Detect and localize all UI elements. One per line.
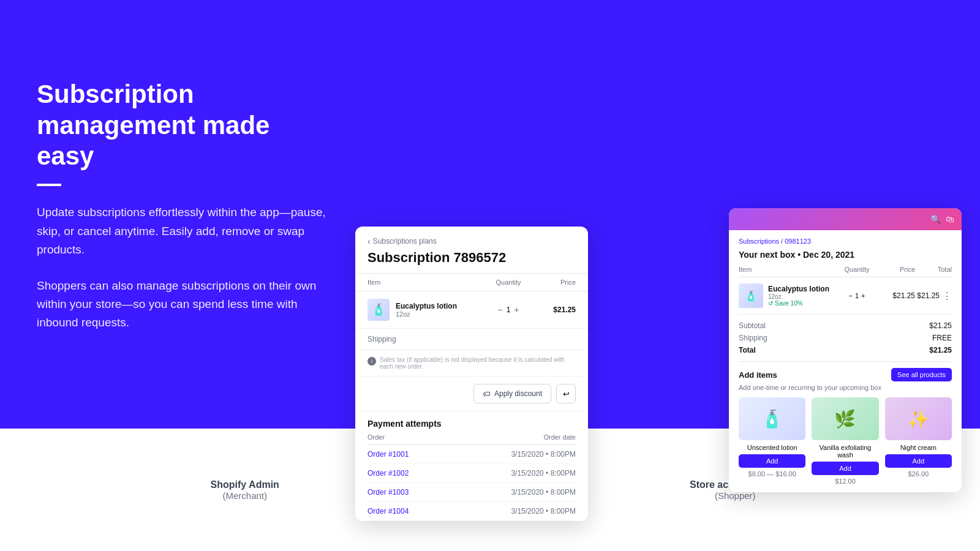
product-card-2: ✨ Night cream Add $26.00 — [885, 397, 952, 485]
order-link-1[interactable]: Order #1002 — [368, 469, 472, 478]
store-product-price: $21.25 — [878, 291, 915, 300]
admin-discount-row: 🏷 Apply discount ↩ — [355, 377, 588, 411]
store-body: Subscriptions / 0981123 Your next box • … — [729, 230, 962, 492]
add-items-header: Add items See all products — [739, 368, 952, 381]
admin-payment-section: Payment attempts Order Order date Order … — [355, 411, 588, 521]
add-cream-button[interactable]: Add — [885, 454, 952, 468]
payment-table-header: Order Order date — [368, 433, 576, 445]
store-product-row: 🧴 Eucalyptus lotion 12oz ↺ Save 10% − — [739, 277, 952, 315]
shipping-value: FREE — [932, 334, 952, 342]
admin-panel-title: Subscription 7896572 — [368, 250, 576, 266]
product-card-name-2: Night cream — [885, 444, 952, 451]
payment-section-title: Payment attempts — [368, 419, 576, 429]
ph-date-label: Order date — [472, 433, 576, 441]
blue-section: Subscription management made easy Update… — [0, 0, 980, 429]
search-icon[interactable]: 🔍 — [930, 214, 941, 224]
left-content: Subscription management made easy Update… — [37, 79, 355, 350]
store-breadcrumb: Subscriptions / 0981123 — [739, 238, 952, 245]
order-date-1: 3/15/2020 • 8:00PM — [472, 469, 576, 478]
store-qty-value: 1 — [855, 292, 859, 299]
product-img-wash: 🌿 — [812, 397, 878, 440]
extra-action-icon: ↩ — [563, 389, 570, 399]
sh-price-label: Price — [878, 266, 915, 273]
payment-row-1: Order #1002 3/15/2020 • 8:00PM — [368, 464, 576, 483]
bottle-icon: 🧴 — [372, 303, 385, 317]
add-lotion-button[interactable]: Add — [739, 454, 805, 468]
store-qty-increment[interactable]: + — [861, 292, 865, 299]
admin-back-label: Subscriptions plans — [373, 237, 437, 246]
store-product-total: $21.25 ⋮ — [915, 290, 952, 302]
info-icon: i — [368, 357, 376, 365]
store-qty-decrement[interactable]: − — [849, 292, 853, 299]
admin-tax-text: Sales tax (if applicable) is not display… — [380, 356, 576, 370]
store-save-text: Save 10% — [775, 300, 803, 307]
hero-divider — [37, 184, 61, 186]
order-link-3[interactable]: Order #1004 — [368, 507, 472, 515]
product-card-0: 🧴 Unscented lotion Add $8.00 — $16.00 — [739, 397, 805, 485]
qty-increment-btn[interactable]: + — [514, 305, 519, 315]
store-bottle-icon: 🧴 — [745, 290, 757, 302]
col-item-label: Item — [368, 279, 484, 286]
admin-product-name: Eucalyptus lotion — [396, 302, 484, 310]
product-card-1: 🌿 Vanilla exfoliating wash Add $12.00 — [812, 397, 878, 485]
store-product-name: Eucalyptus lotion — [768, 285, 835, 293]
store-qty-control[interactable]: − 1 + — [835, 292, 878, 299]
see-all-products-button[interactable]: See all products — [891, 368, 952, 381]
extra-action-button[interactable]: ↩ — [556, 384, 576, 403]
apply-discount-button[interactable]: 🏷 Apply discount — [473, 384, 551, 403]
back-chevron-icon: ‹ — [368, 236, 371, 246]
qty-decrement-btn[interactable]: − — [497, 305, 502, 315]
breadcrumb-subscriptions[interactable]: Subscriptions — [739, 238, 779, 245]
qty-value: 1 — [507, 305, 511, 314]
product-card-name-0: Unscented lotion — [739, 444, 805, 451]
admin-product-row: 🧴 Eucalyptus lotion 12oz − 1 + $21.25 — [355, 291, 588, 329]
admin-header: ‹ Subscriptions plans Subscription 78965… — [355, 227, 588, 274]
admin-qty-control[interactable]: − 1 + — [484, 305, 533, 315]
payment-row-0: Order #1001 3/15/2020 • 8:00PM — [368, 445, 576, 464]
admin-product-info: Eucalyptus lotion 12oz — [396, 302, 484, 318]
summary-total-row: Total $21.25 — [739, 344, 952, 356]
product-img-cream: ✨ — [885, 397, 952, 440]
subtotal-value: $21.25 — [929, 321, 952, 330]
bag-icon[interactable]: 🛍 — [946, 214, 954, 224]
order-date-2: 3/15/2020 • 8:00PM — [472, 488, 576, 497]
admin-table-header: Item Quantity Price — [355, 274, 588, 291]
product-card-price-2: $26.00 — [885, 470, 952, 478]
store-table-header: Item Quantity Price Total — [739, 266, 952, 277]
order-date-0: 3/15/2020 • 8:00PM — [472, 450, 576, 459]
order-link-2[interactable]: Order #1003 — [368, 488, 472, 497]
order-link-0[interactable]: Order #1001 — [368, 450, 472, 459]
admin-product-size: 12oz — [396, 310, 484, 318]
product-card-price-1: $12.00 — [812, 478, 878, 485]
add-items-title: Add items — [739, 370, 777, 380]
summary-subtotal-row: Subtotal $21.25 — [739, 320, 952, 332]
admin-tax-note: i Sales tax (if applicable) is not displ… — [355, 350, 588, 377]
add-items-section: Add items See all products Add one-time … — [739, 368, 952, 485]
shipping-label: Shipping — [739, 334, 767, 342]
store-total-value: $21.25 — [917, 291, 940, 300]
store-product-image: 🧴 — [739, 283, 763, 308]
sh-total-label: Total — [915, 266, 952, 273]
store-header-bar: 🔍 🛍 — [729, 208, 962, 230]
payment-row-3: Order #1004 3/15/2020 • 8:00PM — [368, 502, 576, 521]
sh-item-label: Item — [739, 266, 835, 273]
subtotal-label: Subtotal — [739, 321, 766, 330]
store-save-badge: ↺ Save 10% — [768, 300, 835, 307]
total-label: Total — [739, 346, 756, 354]
payment-row-2: Order #1003 3/15/2020 • 8:00PM — [368, 483, 576, 502]
product-options-icon[interactable]: ⋮ — [942, 290, 952, 302]
admin-panel: ‹ Subscriptions plans Subscription 78965… — [355, 227, 588, 521]
col-qty-label: Quantity — [484, 279, 533, 286]
apply-discount-label: Apply discount — [494, 389, 542, 398]
col-price-label: Price — [533, 279, 576, 286]
hero-para-1: Update subscriptions effortlessly within… — [37, 203, 331, 259]
add-wash-button[interactable]: Add — [812, 462, 878, 475]
order-date-3: 3/15/2020 • 8:00PM — [472, 507, 576, 515]
hero-para-2: Shoppers can also manage subscriptions o… — [37, 277, 331, 332]
store-product-size: 12oz — [768, 293, 835, 300]
admin-product-image: 🧴 — [368, 299, 390, 321]
admin-product-price: $21.25 — [533, 305, 576, 314]
hero-title: Subscription management made easy — [37, 79, 331, 171]
sh-qty-label: Quantity — [835, 266, 878, 273]
admin-back-nav[interactable]: ‹ Subscriptions plans — [368, 236, 576, 246]
